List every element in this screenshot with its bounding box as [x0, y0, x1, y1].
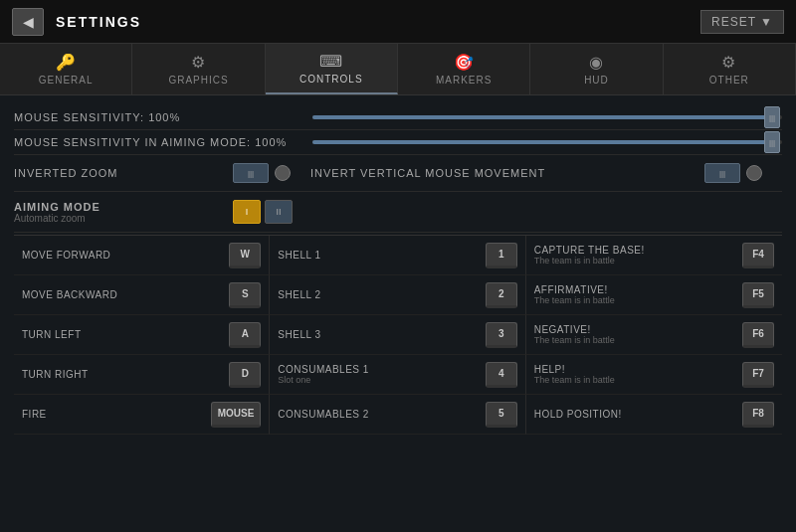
key-badge-6[interactable]: A	[229, 322, 261, 348]
aiming-mode-subtitle: Automatic zoom	[14, 213, 233, 224]
key-badge-8[interactable]: F6	[742, 322, 774, 348]
aiming-sensitivity-thumb[interactable]: |||	[764, 131, 780, 153]
aiming-sensitivity-label: MOUSE SENSITIVITY IN AIMING MODE: 100%	[14, 136, 312, 148]
keybind-action-9: TURN RIGHT	[22, 369, 229, 380]
key-badge-3[interactable]: S	[229, 282, 261, 308]
key-badge-2[interactable]: F4	[742, 243, 774, 268]
key-badge-4[interactable]: 2	[486, 282, 517, 308]
keybind-action-block-10: CONSUMABLES 1 Slot one	[278, 364, 485, 385]
keybind-cell-13: CONSUMABLES 2 5	[270, 395, 525, 435]
tab-hud[interactable]: ◉HUD	[530, 44, 663, 94]
keybind-action-2: CAPTURE THE BASE!	[534, 245, 742, 256]
key-badge-11[interactable]: F7	[742, 362, 774, 388]
mouse-sensitivity-label: MOUSE SENSITIVITY: 100%	[14, 111, 312, 123]
tab-other[interactable]: ⚙OTHER	[664, 44, 796, 94]
keybind-action-block-5: AFFIRMATIVE! The team is in battle	[534, 284, 742, 305]
controls-tab-label: CONTROLS	[299, 74, 363, 85]
page-title: SETTINGS	[56, 14, 141, 30]
keybind-cell-3: MOVE BACKWARD S	[14, 275, 270, 315]
key-badge-12[interactable]: MOUSE	[211, 402, 262, 428]
content-area: MOUSE SENSITIVITY: 100% ||| MOUSE SENSIT…	[0, 95, 796, 532]
keybind-action-6: TURN LEFT	[22, 329, 229, 340]
keybind-cell-14: HOLD POSITION! F8	[526, 395, 782, 435]
toggle-row: INVERTED ZOOM ||| INVERT VERTICAL MOUSE …	[14, 155, 782, 192]
inverted-zoom-btn[interactable]: |||	[233, 163, 269, 183]
reset-label: RESET	[711, 15, 756, 29]
keybind-action-block-6: TURN LEFT	[22, 329, 229, 340]
key-badge-0[interactable]: W	[229, 243, 261, 268]
keybind-action-block-0: MOVE FORWARD	[22, 250, 229, 261]
mouse-sensitivity-row: MOUSE SENSITIVITY: 100% |||	[14, 105, 782, 130]
mouse-sensitivity-track[interactable]: |||	[312, 115, 782, 119]
invert-vertical-btn[interactable]: |||	[704, 163, 740, 183]
keybind-cell-8: NEGATIVE! The team is in battle F6	[526, 315, 782, 355]
keybind-sub-2: The team is in battle	[534, 256, 742, 266]
aiming-btn-0[interactable]: I	[233, 200, 261, 224]
keybind-cell-12: FIRE MOUSE	[14, 395, 270, 435]
key-badge-14[interactable]: F8	[742, 402, 774, 428]
hud-tab-label: HUD	[584, 75, 609, 86]
general-tab-icon: 🔑	[56, 53, 77, 72]
tab-general[interactable]: 🔑GENERAL	[0, 44, 132, 94]
key-badge-9[interactable]: D	[229, 362, 261, 388]
reset-arrow: ▼	[760, 15, 773, 29]
keybind-action-block-2: CAPTURE THE BASE! The team is in battle	[534, 245, 742, 266]
tab-markers[interactable]: 🎯MARKERS	[398, 44, 530, 94]
keybind-action-4: SHELL 2	[278, 289, 485, 300]
header: ◀ SETTINGS RESET ▼	[0, 0, 796, 44]
mouse-sensitivity-thumb[interactable]: |||	[764, 106, 780, 128]
hud-tab-icon: ◉	[589, 53, 604, 72]
back-button[interactable]: ◀	[12, 8, 44, 36]
tab-controls[interactable]: ⌨CONTROLS	[266, 44, 398, 94]
keybind-cell-2: CAPTURE THE BASE! The team is in battle …	[526, 236, 782, 275]
keybind-cell-7: SHELL 3 3	[270, 315, 525, 355]
keybind-cell-1: SHELL 1 1	[270, 236, 525, 275]
keybind-action-block-11: HELP! The team is in battle	[534, 364, 742, 385]
aiming-mode-toggle[interactable]: III	[233, 200, 293, 224]
keybind-action-7: SHELL 3	[278, 329, 485, 340]
aiming-btn-1[interactable]: II	[265, 200, 293, 224]
markers-tab-icon: 🎯	[454, 53, 475, 72]
keybind-action-block-4: SHELL 2	[278, 289, 485, 300]
tab-bar: 🔑GENERAL⚙GRAPHICS⌨CONTROLS🎯MARKERS◉HUD⚙O…	[0, 44, 796, 95]
keybind-action-block-14: HOLD POSITION!	[534, 409, 742, 420]
keybind-cell-5: AFFIRMATIVE! The team is in battle F5	[526, 275, 782, 315]
keybind-table: MOVE FORWARD W SHELL 1 1 CAPTURE THE BAS…	[14, 235, 782, 435]
key-badge-10[interactable]: 4	[486, 362, 517, 388]
keybind-cell-0: MOVE FORWARD W	[14, 236, 270, 275]
header-left: ◀ SETTINGS	[12, 8, 141, 36]
keybind-sub-11: The team is in battle	[534, 375, 742, 385]
keybind-action-block-1: SHELL 1	[278, 250, 485, 261]
invert-vertical-label: INVERT VERTICAL MOUSE MOVEMENT	[310, 167, 704, 179]
keybind-action-8: NEGATIVE!	[534, 324, 742, 335]
keybind-sub-5: The team is in battle	[534, 295, 742, 305]
keybind-cell-10: CONSUMABLES 1 Slot one 4	[270, 355, 525, 395]
keybind-cell-9: TURN RIGHT D	[14, 355, 270, 395]
keybind-action-block-13: CONSUMABLES 2	[278, 409, 485, 420]
keybind-action-13: CONSUMABLES 2	[278, 409, 485, 420]
aiming-sensitivity-fill	[312, 140, 768, 144]
controls-tab-icon: ⌨	[319, 52, 343, 71]
aiming-sensitivity-track[interactable]: |||	[312, 140, 782, 144]
aiming-mode-title: AIMING MODE	[14, 201, 233, 213]
aiming-mode-row: AIMING MODE Automatic zoom III	[14, 192, 782, 233]
keybind-action-12: FIRE	[22, 409, 211, 420]
keybind-action-10: CONSUMABLES 1	[278, 364, 485, 375]
invert-vertical-toggle[interactable]: |||	[704, 163, 762, 183]
key-badge-1[interactable]: 1	[486, 243, 517, 268]
reset-button[interactable]: RESET ▼	[700, 10, 784, 34]
keybind-action-block-9: TURN RIGHT	[22, 369, 229, 380]
key-badge-13[interactable]: 5	[486, 402, 517, 428]
general-tab-label: GENERAL	[39, 75, 94, 86]
keybind-action-11: HELP!	[534, 364, 742, 375]
inverted-zoom-circle	[275, 165, 291, 181]
key-badge-5[interactable]: F5	[742, 282, 774, 308]
markers-tab-label: MARKERS	[436, 75, 492, 86]
keybind-action-0: MOVE FORWARD	[22, 250, 229, 261]
keybind-action-block-12: FIRE	[22, 409, 211, 420]
inverted-zoom-toggle[interactable]: |||	[233, 163, 291, 183]
key-badge-7[interactable]: 3	[486, 322, 517, 348]
tab-graphics[interactable]: ⚙GRAPHICS	[132, 44, 265, 94]
other-tab-label: OTHER	[709, 75, 749, 86]
graphics-tab-icon: ⚙	[191, 53, 206, 72]
